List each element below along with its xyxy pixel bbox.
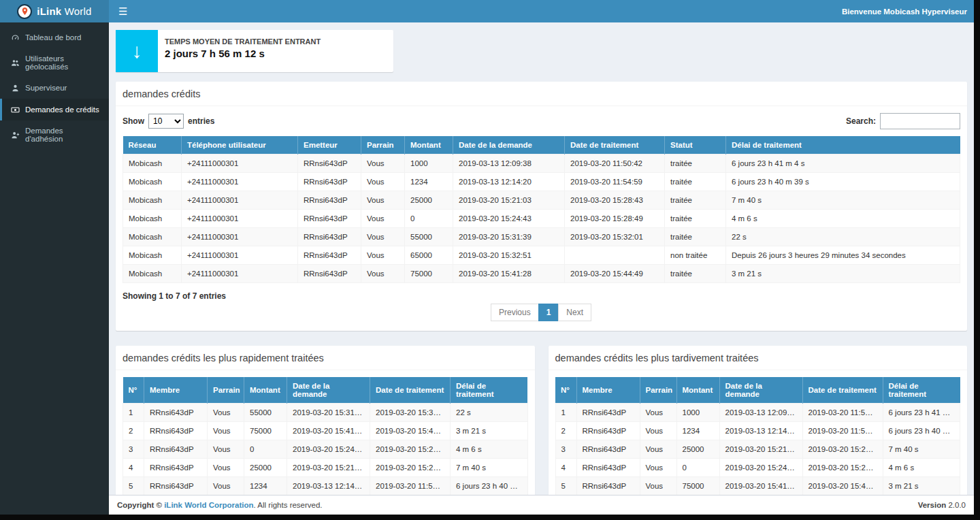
page-length-control: Show 10 entries (122, 114, 214, 129)
table-cell: 22 s (726, 228, 960, 246)
table-cell: 4 m 6 s (883, 459, 960, 477)
slowest-panel: demandes crédits les plus tardivement tr… (549, 346, 968, 502)
table-cell: 2019-03-20 15:28:43 (370, 459, 451, 477)
table-cell: 2 (555, 422, 576, 440)
table-row: 3RRnsi643dPVous02019-03-20 15:24:432019-… (123, 440, 528, 459)
table-cell: 75000 (405, 265, 453, 283)
table-cell: 2019-03-20 15:32:51 (453, 246, 565, 265)
table-cell: 2019-03-20 15:41:28 (453, 265, 565, 283)
table-cell: traitée (665, 191, 726, 210)
app-logo-icon (17, 4, 32, 19)
column-header[interactable]: Montant (244, 377, 287, 404)
table-row: 3RRnsi643dPVous250002019-03-20 15:21:032… (555, 440, 960, 459)
column-header[interactable]: Statut (665, 136, 726, 155)
table-cell: RRnsi643dP (298, 265, 361, 283)
column-header[interactable]: Téléphone utilisateur (182, 136, 298, 155)
table-cell: 7 m 40 s (726, 191, 960, 210)
column-header[interactable]: Parrain (361, 136, 405, 155)
table-cell: 3 m 21 s (451, 422, 528, 440)
table-cell: 1000 (405, 155, 453, 173)
table-cell: non traitée (665, 246, 726, 265)
sidebar-item-demandes-adhesion[interactable]: Demandes d'adhésion (0, 120, 109, 149)
table-row: 4RRnsi643dPVous02019-03-20 15:24:432019-… (555, 459, 960, 477)
table-cell: Vous (208, 404, 244, 422)
table-cell: 75000 (676, 477, 719, 495)
table-cell: 25000 (405, 191, 453, 210)
sidebar-item-tableau-de-bord[interactable]: Tableau de bord (0, 27, 109, 48)
table-cell: RRnsi643dP (144, 477, 208, 495)
column-header[interactable]: Délai de traitement (726, 136, 960, 155)
table-cell: 4 m 6 s (726, 210, 960, 228)
version-text: Version 2.0.0 (918, 501, 966, 509)
table-row: Mobicash+24111000301RRnsi643dPVous02019-… (123, 210, 960, 228)
column-header[interactable]: Montant (676, 377, 719, 404)
column-header[interactable]: Date de la demande (287, 377, 370, 404)
column-header[interactable]: Membre (144, 377, 208, 404)
company-link[interactable]: iLink World Corporation (164, 501, 253, 509)
table-cell: 75000 (244, 422, 287, 440)
table-cell: 2019-03-20 15:32:01 (565, 228, 665, 246)
table-cell: 2019-03-20 15:28:49 (370, 440, 451, 459)
column-header[interactable]: Délai de traitement (883, 377, 960, 404)
search-input[interactable] (880, 113, 960, 129)
table-row: 1RRnsi643dPVous10002019-03-13 12:09:3820… (555, 404, 960, 422)
app-logo[interactable]: iLink World (0, 0, 109, 22)
table-cell: 2019-03-20 11:54:59 (370, 477, 451, 495)
sidebar-toggle-button[interactable]: ☰ (109, 0, 137, 22)
table-cell: 6 jours 23 h 41 m 4 s (883, 404, 960, 422)
table-cell: Vous (361, 265, 405, 283)
column-header[interactable]: Parrain (640, 377, 676, 404)
column-header[interactable]: Montant (405, 136, 453, 155)
table-cell: 2019-03-20 11:54:59 (802, 422, 883, 440)
previous-page-button[interactable]: Previous (491, 304, 539, 321)
column-header[interactable]: Date de la demande (453, 136, 565, 155)
table-cell: Vous (361, 173, 405, 191)
table-cell: RRnsi643dP (144, 440, 208, 459)
column-header[interactable]: Date de traitement (802, 377, 883, 404)
next-page-button[interactable]: Next (558, 304, 591, 321)
table-row: Mobicash+24111000301RRnsi643dPVous750002… (123, 265, 960, 283)
table-cell: 2019-03-13 12:14:20 (453, 173, 565, 191)
fastest-table: N°MembreParrainMontantDate de la demande… (122, 377, 528, 495)
credits-panel: demandes crédits Show 10 entries Search:… (116, 82, 967, 331)
column-header[interactable]: Membre (576, 377, 640, 404)
table-cell: 4 (555, 459, 576, 477)
table-cell: RRnsi643dP (298, 246, 361, 265)
table-row: Mobicash+24111000301RRnsi643dPVous123420… (123, 173, 960, 191)
table-cell: 6 jours 23 h 41 m 4 s (726, 155, 960, 173)
column-header[interactable]: N° (555, 377, 576, 404)
sidebar-item-demandes-de-credits[interactable]: Demandes de crédits (0, 99, 109, 120)
table-cell: 2019-03-20 15:41:28 (287, 422, 370, 440)
pagination: Previous 1 Next (122, 304, 960, 324)
column-header[interactable]: Délai de traitement (451, 377, 528, 404)
table-cell: traitée (665, 228, 726, 246)
sidebar-item-utilisateurs-geolocalises[interactable]: Utilisateurs géolocalisés (0, 48, 109, 77)
column-header[interactable]: Parrain (208, 377, 244, 404)
table-cell: 2019-03-20 15:44:49 (802, 477, 883, 495)
table-cell: 2019-03-13 12:09:38 (453, 155, 565, 173)
info-box-value: 2 jours 7 h 56 m 12 s (165, 48, 321, 59)
column-header[interactable]: Réseau (123, 136, 182, 155)
column-header[interactable]: Date de la demande (719, 377, 802, 404)
table-cell: 2019-03-13 12:09:38 (719, 404, 802, 422)
panel-title: demandes crédits les plus rapidement tra… (116, 346, 535, 370)
column-header[interactable]: Date de traitement (565, 136, 665, 155)
table-cell: Vous (361, 228, 405, 246)
table-cell: 2019-03-20 15:21:03 (719, 440, 802, 459)
table-cell: 2019-03-20 15:31:39 (453, 228, 565, 246)
avg-processing-time-box: ↓ TEMPS MOYEN DE TRAITEMENT ENTRANT 2 jo… (116, 30, 393, 72)
table-cell: 2019-03-20 11:50:42 (565, 155, 665, 173)
table-cell: RRnsi643dP (144, 404, 208, 422)
table-cell: 2019-03-20 15:24:43 (453, 210, 565, 228)
table-cell: 7 m 40 s (883, 440, 960, 459)
column-header[interactable]: Emetteur (298, 136, 361, 155)
table-cell: Mobicash (123, 228, 182, 246)
money-icon (10, 105, 20, 114)
column-header[interactable]: N° (123, 377, 144, 404)
column-header[interactable]: Date de traitement (370, 377, 451, 404)
page-size-select[interactable]: 10 (148, 114, 184, 129)
page-1-button[interactable]: 1 (538, 304, 559, 321)
sidebar-item-superviseur[interactable]: Superviseur (0, 77, 109, 99)
table-cell: Mobicash (123, 265, 182, 283)
info-box-title: TEMPS MOYEN DE TRAITEMENT ENTRANT (165, 37, 321, 46)
